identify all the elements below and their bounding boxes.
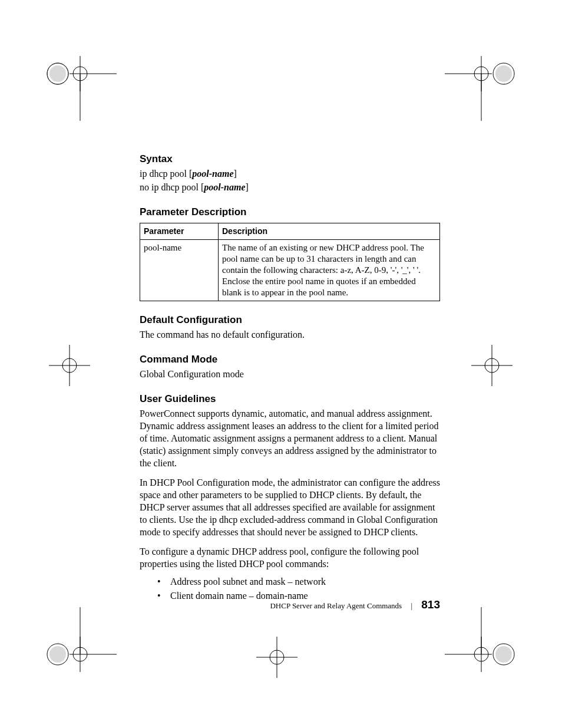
section-user-guidelines: User Guidelines PowerConnect supports dy… bbox=[140, 393, 440, 603]
section-command-mode: Command Mode Global Configuration mode bbox=[140, 354, 440, 380]
svg-point-12 bbox=[495, 65, 512, 82]
svg-point-13 bbox=[62, 358, 77, 373]
crop-mark-icon bbox=[445, 50, 515, 121]
section-default-configuration: Default Configuration The command has no… bbox=[140, 314, 440, 341]
syntax-line-1: ip dhcp pool [pool-name] bbox=[140, 167, 440, 180]
crop-mark-icon bbox=[468, 342, 515, 389]
page-content: Syntax ip dhcp pool [pool-name] no ip dh… bbox=[140, 153, 440, 614]
svg-point-19 bbox=[270, 650, 284, 664]
section-syntax: Syntax ip dhcp pool [pool-name] no ip dh… bbox=[140, 153, 440, 193]
table-header-parameter: Parameter bbox=[140, 223, 219, 240]
list-item: Address pool subnet and mask – network bbox=[157, 575, 440, 589]
table-cell-param: pool-name bbox=[140, 240, 219, 301]
heading-syntax: Syntax bbox=[140, 153, 440, 165]
svg-point-11 bbox=[493, 63, 514, 84]
svg-point-7 bbox=[474, 67, 488, 81]
heading-parameter-description: Parameter Description bbox=[140, 206, 440, 218]
svg-point-26 bbox=[47, 644, 68, 665]
footer-chapter: DHCP Server and Relay Agent Commands bbox=[270, 601, 402, 610]
heading-user-guidelines: User Guidelines bbox=[140, 393, 440, 405]
svg-point-16 bbox=[485, 358, 499, 373]
table-cell-desc: The name of an existing or new DHCP addr… bbox=[219, 240, 440, 301]
default-configuration-body: The command has no default configuration… bbox=[140, 328, 440, 341]
crop-mark-icon bbox=[253, 634, 300, 681]
footer-separator-icon: | bbox=[411, 601, 412, 610]
parameter-table: Parameter Description pool-name The name… bbox=[140, 223, 440, 301]
svg-point-32 bbox=[493, 644, 514, 665]
table-header-row: Parameter Description bbox=[140, 223, 440, 240]
heading-default-configuration: Default Configuration bbox=[140, 314, 440, 326]
section-parameter-description: Parameter Description Parameter Descript… bbox=[140, 206, 440, 301]
guidelines-para-1: PowerConnect supports dynamic, automatic… bbox=[140, 407, 440, 469]
footer-page-number: 813 bbox=[421, 598, 440, 611]
crop-mark-icon bbox=[46, 50, 117, 121]
svg-point-33 bbox=[495, 646, 512, 663]
table-row: pool-name The name of an existing or new… bbox=[140, 240, 440, 301]
crop-mark-icon bbox=[46, 607, 117, 678]
crop-mark-icon bbox=[46, 342, 93, 389]
svg-point-2 bbox=[47, 63, 68, 84]
table-header-description: Description bbox=[219, 223, 440, 240]
command-mode-body: Global Configuration mode bbox=[140, 368, 440, 380]
svg-point-23 bbox=[73, 647, 87, 661]
svg-point-29 bbox=[474, 647, 488, 661]
svg-point-27 bbox=[49, 646, 66, 663]
svg-point-1 bbox=[49, 65, 66, 82]
syntax-line-2: no ip dhcp pool [pool-name] bbox=[140, 181, 440, 193]
svg-point-3 bbox=[73, 67, 87, 81]
crop-mark-icon bbox=[445, 607, 515, 678]
svg-point-0 bbox=[47, 63, 68, 84]
heading-command-mode: Command Mode bbox=[140, 354, 440, 365]
page-footer: DHCP Server and Relay Agent Commands | 8… bbox=[0, 598, 440, 611]
guidelines-para-3: To configure a dynamic DHCP address pool… bbox=[140, 545, 440, 570]
guidelines-para-2: In DHCP Pool Configuration mode, the adm… bbox=[140, 476, 440, 538]
